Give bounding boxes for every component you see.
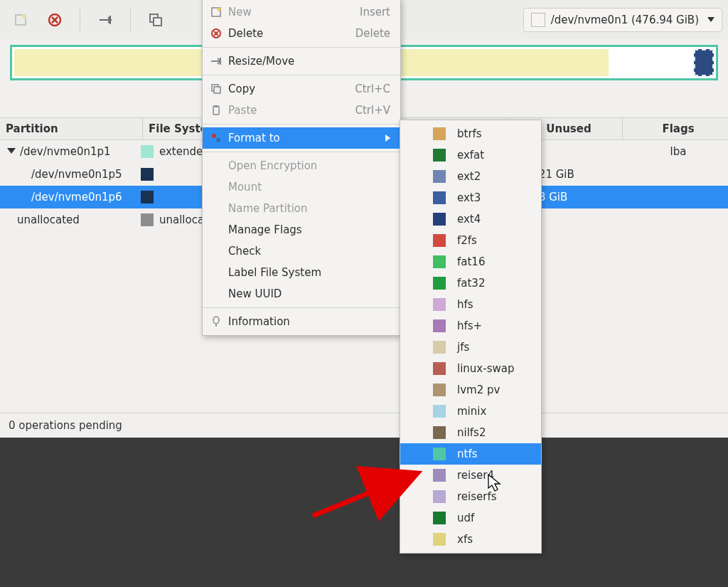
menu-label: Open Encryption bbox=[228, 159, 390, 172]
menu-label: Resize/Move bbox=[228, 55, 390, 68]
fs-label: nilfs2 bbox=[457, 426, 486, 439]
info-icon bbox=[210, 315, 223, 328]
fs-swatch bbox=[141, 213, 154, 226]
menu-label: Manage Flags bbox=[228, 223, 390, 236]
toolbar-copy-button[interactable] bbox=[141, 5, 171, 35]
toolbar-new-button[interactable] bbox=[6, 5, 36, 35]
copy-icon bbox=[148, 12, 164, 28]
menu-label: Name Partition bbox=[228, 202, 390, 215]
menu-copy[interactable]: CopyCtrl+C bbox=[203, 78, 400, 100]
menu-format-to[interactable]: Format to bbox=[203, 127, 400, 149]
fs-option-minix[interactable]: minix bbox=[400, 401, 541, 422]
fs-label: hfs bbox=[457, 298, 473, 311]
fs-swatch bbox=[433, 149, 446, 162]
fs-swatch bbox=[433, 319, 446, 332]
fs-option-fat16[interactable]: fat16 bbox=[400, 251, 541, 273]
fs-swatch bbox=[141, 168, 154, 181]
fs-label: ntfs bbox=[457, 448, 477, 460]
fs-option-lvm2-pv[interactable]: lvm2 pv bbox=[400, 379, 541, 401]
fs-option-reiserfs[interactable]: reiserfs bbox=[400, 486, 541, 507]
fs-option-udf[interactable]: udf bbox=[400, 507, 541, 529]
fs-label: fat32 bbox=[457, 277, 485, 290]
device-selector[interactable]: /dev/nvme0n1 (476.94 GiB) bbox=[523, 8, 722, 32]
fs-swatch bbox=[433, 341, 446, 354]
menu-paste: PasteCtrl+V bbox=[203, 100, 400, 121]
fs-label: udf bbox=[457, 512, 474, 524]
menu-label: New bbox=[228, 6, 333, 18]
partition-name: /dev/nvme0n1p1 bbox=[20, 145, 111, 158]
fs-label: ext2 bbox=[457, 170, 481, 183]
fs-swatch bbox=[433, 255, 446, 268]
format-to-submenu: btrfsexfatext2ext3ext4f2fsfat16fat32hfsh… bbox=[400, 120, 542, 554]
fs-option-ext4[interactable]: ext4 bbox=[400, 208, 541, 230]
delete-icon bbox=[210, 27, 223, 40]
fs-swatch bbox=[433, 405, 446, 418]
fs-option-exfat[interactable]: exfat bbox=[400, 144, 541, 166]
blank-icon bbox=[210, 223, 223, 236]
partition-name: /dev/nvme0n1p6 bbox=[31, 191, 122, 203]
fs-swatch bbox=[433, 533, 446, 546]
dropdown-icon bbox=[707, 17, 714, 22]
fs-swatch bbox=[433, 448, 446, 460]
menu-delete[interactable]: DeleteDelete bbox=[203, 23, 400, 44]
disk-icon bbox=[531, 13, 545, 27]
fs-option-ntfs[interactable]: ntfs bbox=[400, 443, 541, 465]
fs-swatch bbox=[433, 298, 446, 311]
fs-option-ext2[interactable]: ext2 bbox=[400, 166, 541, 187]
fs-option-nilfs2[interactable]: nilfs2 bbox=[400, 422, 541, 443]
blank-icon bbox=[210, 266, 223, 279]
fs-option-hfs[interactable]: hfs bbox=[400, 294, 541, 315]
format-icon bbox=[210, 132, 223, 144]
fs-option-fat32[interactable]: fat32 bbox=[400, 273, 541, 294]
fs-option-btrfs[interactable]: btrfs bbox=[400, 123, 541, 144]
fs-swatch bbox=[433, 426, 446, 439]
menu-label: Label File System bbox=[228, 266, 390, 279]
flags-cell: lba bbox=[628, 145, 728, 158]
status-bar: 0 operations pending bbox=[0, 413, 728, 438]
resize-icon bbox=[210, 55, 223, 68]
blank-icon bbox=[210, 287, 223, 300]
partition-name: unallocated bbox=[17, 213, 80, 226]
fs-option-xfs[interactable]: xfs bbox=[400, 529, 541, 550]
header-flags[interactable]: Flags bbox=[623, 117, 728, 140]
svg-point-20 bbox=[213, 317, 219, 324]
menu-check[interactable]: Check bbox=[203, 240, 400, 262]
menu-label: Paste bbox=[228, 104, 328, 117]
svg-rect-15 bbox=[214, 87, 220, 93]
fs-option-jfs[interactable]: jfs bbox=[400, 337, 541, 358]
menu-manage-flags[interactable]: Manage Flags bbox=[203, 219, 400, 240]
fs-swatch bbox=[433, 170, 446, 183]
menu-resize-move[interactable]: Resize/Move bbox=[203, 51, 400, 72]
svg-rect-13 bbox=[220, 58, 221, 65]
fs-label: ext3 bbox=[457, 191, 481, 204]
menu-name-partition: Name Partition bbox=[203, 198, 400, 219]
menu-new-uuid[interactable]: New UUID bbox=[203, 283, 400, 305]
blank-icon bbox=[210, 245, 223, 258]
svg-point-1 bbox=[22, 14, 26, 18]
header-partition[interactable]: Partition bbox=[0, 117, 143, 140]
fs-swatch bbox=[433, 490, 446, 503]
fs-label: btrfs bbox=[457, 127, 482, 140]
fs-swatch bbox=[433, 191, 446, 204]
fs-swatch bbox=[433, 512, 446, 524]
fs-option-reiser4[interactable]: reiser4 bbox=[400, 465, 541, 486]
fs-option-linux-swap[interactable]: linux-swap bbox=[400, 358, 541, 379]
fs-option-ext3[interactable]: ext3 bbox=[400, 187, 541, 208]
menu-label: Check bbox=[228, 245, 390, 258]
menu-label: Information bbox=[228, 315, 390, 328]
copy-icon bbox=[210, 83, 223, 95]
fs-swatch bbox=[433, 127, 446, 140]
toolbar-resize-button[interactable] bbox=[90, 5, 120, 35]
fs-option-hfs-[interactable]: hfs+ bbox=[400, 315, 541, 337]
expand-icon[interactable] bbox=[7, 148, 16, 154]
menu-accel: Insert bbox=[360, 6, 390, 18]
fs-label: reiser4 bbox=[457, 469, 494, 482]
fs-label: lvm2 pv bbox=[457, 384, 500, 396]
new-icon bbox=[210, 6, 223, 18]
fs-label: f2fs bbox=[457, 234, 477, 247]
svg-point-19 bbox=[216, 138, 220, 142]
toolbar-delete-button[interactable] bbox=[40, 5, 70, 35]
menu-information[interactable]: Information bbox=[203, 311, 400, 332]
fs-option-f2fs[interactable]: f2fs bbox=[400, 230, 541, 251]
menu-label-file-system[interactable]: Label File System bbox=[203, 262, 400, 283]
